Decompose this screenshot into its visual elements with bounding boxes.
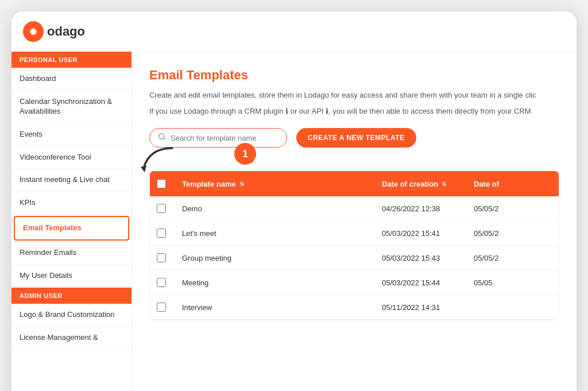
row-date-modified	[467, 295, 559, 319]
content-area: Email Templates Create and edit email te…	[132, 52, 577, 391]
sidebar-item-my-user-details[interactable]: My User Details	[11, 265, 131, 288]
row-date-creation: 05/11/2022 14:31	[375, 295, 467, 319]
sidebar-item-email-templates[interactable]: Email Templates	[14, 216, 129, 241]
row-checkbox[interactable]	[150, 246, 175, 270]
email-templates-table: Template name ⇅ Date of creation ⇅ Date …	[149, 171, 559, 320]
row-date-creation: 04/26/2022 12:38	[375, 196, 467, 220]
row-template-name: Demo	[175, 196, 375, 220]
sidebar-item-instant-meeting[interactable]: Instant meeting & Live chat	[11, 169, 131, 192]
row-date-creation: 05/03/2022 15:43	[375, 246, 467, 270]
svg-line-2	[164, 138, 165, 140]
top-bar: odago	[11, 11, 577, 52]
step-badge: 1	[234, 143, 256, 165]
row-date-modified: 05/05/2	[467, 196, 559, 220]
create-template-button[interactable]: CREATE A NEW TEMPLATE	[296, 128, 416, 148]
search-input[interactable]	[171, 134, 278, 142]
sidebar-item-calendar-sync[interactable]: Calendar Synchronization & Availabilitie…	[11, 91, 131, 123]
row-checkbox[interactable]	[150, 270, 175, 295]
row-template-name: Meeting	[175, 270, 375, 295]
select-all-checkbox[interactable]	[157, 179, 166, 188]
main-layout: PERSONAL USER Dashboard Calendar Synchro…	[11, 52, 577, 391]
table-header: Template name ⇅ Date of creation ⇅ Date …	[150, 171, 559, 196]
row-checkbox[interactable]	[150, 221, 175, 245]
row-date-modified: 05/05/2	[467, 221, 559, 245]
row-template-name: Group meeting	[175, 246, 375, 270]
toolbar: CREATE A NEW TEMPLATE 1	[149, 128, 559, 148]
admin-user-header: ADMIN USER	[11, 288, 131, 304]
row-template-name: Interview	[175, 295, 375, 319]
table-row: Group meeting 05/03/2022 15:43 05/05/2	[150, 246, 559, 270]
arrow-indicator	[138, 145, 178, 176]
logo: odago	[23, 21, 85, 42]
description-1: Create and edit email templates, store t…	[149, 90, 559, 101]
table-row: Meeting 05/03/2022 15:44 05/05	[150, 270, 559, 295]
sidebar-item-videoconference[interactable]: Videoconference Tool	[11, 146, 131, 169]
row-checkbox[interactable]	[150, 196, 175, 220]
sort-icon-name[interactable]: ⇅	[239, 181, 244, 187]
page-title: Email Templates	[149, 68, 559, 83]
row-date-modified: 05/05	[467, 270, 559, 295]
row-date-modified: 05/05/2	[467, 246, 559, 270]
row-template-name: Let's meet	[175, 221, 375, 245]
search-box[interactable]	[149, 128, 287, 148]
svg-point-1	[159, 134, 164, 139]
sidebar-item-reminder-emails[interactable]: Reminder Emails	[11, 242, 131, 265]
app-container: odago PERSONAL USER Dashboard Calendar S…	[11, 11, 577, 391]
table-row: Let's meet 05/03/2022 15:41 05/05/2	[150, 221, 559, 246]
sidebar-item-license-management[interactable]: License Management &	[11, 327, 131, 350]
description-2: If you use Lodago through a CRM plugin ℹ…	[149, 106, 559, 117]
sort-icon-date[interactable]: ⇅	[442, 181, 446, 187]
sidebar-item-events[interactable]: Events	[11, 123, 131, 146]
logo-text: odago	[47, 24, 85, 39]
svg-marker-3	[141, 165, 146, 172]
table-row: Demo 04/26/2022 12:38 05/05/2	[150, 196, 559, 221]
row-date-creation: 05/03/2022 15:41	[375, 221, 467, 245]
sidebar: PERSONAL USER Dashboard Calendar Synchro…	[11, 52, 132, 391]
sidebar-item-logo-brand[interactable]: Logo & Brand Customization	[11, 304, 131, 327]
row-checkbox[interactable]	[150, 295, 175, 319]
table-row: Interview 05/11/2022 14:31	[150, 295, 559, 320]
row-date-creation: 05/03/2022 15:44	[375, 270, 467, 295]
logo-icon	[23, 21, 44, 42]
th-date-creation: Date of creation ⇅	[375, 171, 467, 196]
th-date-modified: Date of	[467, 171, 559, 196]
th-template-name: Template name ⇅	[175, 171, 375, 196]
sidebar-item-dashboard[interactable]: Dashboard	[11, 68, 131, 91]
sidebar-item-kpis[interactable]: KPIs	[11, 192, 131, 215]
search-icon	[158, 133, 166, 143]
personal-user-header: PERSONAL USER	[11, 52, 131, 68]
